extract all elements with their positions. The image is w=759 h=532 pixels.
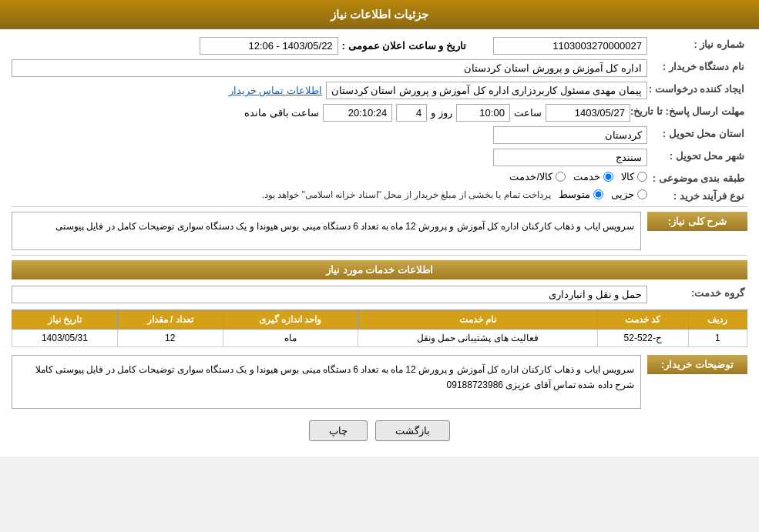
ejad-input: پیمان مهدی مسئول کاربردزاری اداره کل آمو… [326,82,647,99]
shomara-inline: 1103003270000027 تاریخ و ساعت اعلان عموم… [12,37,647,55]
buttons-row: بازگشت چاپ [12,420,747,441]
tabaqe-kala-label: کالا [621,171,634,182]
ostan-value: کردستان [12,126,647,144]
farayand-label: نوع فرآیند خرید : [647,189,747,202]
mohlat-inline: 1403/05/27 ساعت 10:00 روز و 4 20:10:24 س… [12,104,630,122]
khadamat-section-title: اطلاعات خدمات مورد نیاز [12,260,747,279]
tabaqe-kala: کالا [621,171,647,182]
farayand-note: پرداخت تمام یا بخشی از مبلغ خریدار از مح… [262,189,551,200]
print-button[interactable]: چاپ [309,420,368,441]
cell-name: فعالیت های پشتیبانی حمل ونقل [358,330,597,347]
tabaqe-kala-khadamat: کالا/خدمت [509,171,566,182]
nam-dastgah-label: نام دستگاه خریدار : [647,59,747,72]
mohlat-roz-input: 4 [396,104,427,122]
shahr-value: سنندج [12,149,647,166]
ejad-value-wrapper: پیمان مهدی مسئول کاربردزاری اداره کل آمو… [12,82,647,99]
ostan-input: کردستان [493,126,647,144]
shomara-row: شماره نیاز : 1103003270000027 تاریخ و سا… [12,37,747,55]
divider-1 [12,206,747,207]
nam-dastgah-value: اداره کل آموزش و پرورش استان کردستان [12,59,647,77]
page-container: جزئیات اطلاعات نیاز شماره نیاز : 1103003… [0,0,759,457]
ostan-label: استان محل تحویل : [647,126,747,139]
col-unit: واحد اندازه گیری [223,310,358,330]
nam-dastgah-row: نام دستگاه خریدار : اداره کل آموزش و پرو… [12,59,747,77]
services-table: ردیف کد خدمت نام خدمت واحد اندازه گیری ت… [12,309,747,347]
farayand-value: جزیی متوسط پرداخت تمام یا بخشی از مبلغ خ… [12,189,647,200]
tawzih-input: سرویس ایاب و ذهاب کارکنان اداره کل آموزش… [12,355,641,409]
farayand-row: نوع فرآیند خرید : جزیی متوسط پرداخت تمام… [12,189,747,202]
cell-unit: ماه [223,330,358,347]
cell-date: 1403/05/31 [12,330,118,347]
col-count: تعداد / مقدار [117,310,223,330]
farayand-radio-group: جزیی متوسط پرداخت تمام یا بخشی از مبلغ خ… [12,189,647,200]
ejad-inline: پیمان مهدی مسئول کاربردزاری اداره کل آمو… [12,82,647,99]
tawzih-value-wrapper: سرویس ایاب و ذهاب کارکنان اداره کل آموزش… [12,355,647,409]
ejad-row: ایجاد کننده درخواست : پیمان مهدی مسئول ک… [12,82,747,99]
cell-count: 12 [117,330,223,347]
tawzih-label: توضیحات خریدار: [647,355,747,374]
shomara-input: 1103003270000027 [493,37,647,55]
table-row: 1 ح-522-52 فعالیت های پشتیبانی حمل ونقل … [12,330,747,347]
tabaqe-value: کالا خدمت کالا/خدمت [12,171,647,182]
tabaqe-kala-khadamat-radio[interactable] [556,172,566,182]
col-radif: ردیف [688,310,747,330]
tabaqe-kala-khadamat-label: کالا/خدمت [509,171,552,182]
mohlat-label: مهلت ارسال پاسخ: تا تاریخ: [630,104,747,117]
tarikh-label: تاریخ و ساعت اعلان عمومی : [342,40,466,52]
ejad-link[interactable]: اطلاعات تماس خریدار [229,85,322,96]
header-title: جزئیات اطلاعات نیاز [331,8,428,21]
mohlat-value-wrapper: 1403/05/27 ساعت 10:00 روز و 4 20:10:24 س… [12,104,630,122]
tabaqe-khadamat-radio[interactable] [603,172,613,182]
mohlat-roz-label: روز و [431,107,452,119]
tabaqe-khadamat-label: خدمت [573,171,600,182]
goroh-value: حمل و نقل و انبارداری [12,286,647,303]
tabaqe-radio-group: کالا خدمت کالا/خدمت [12,171,647,182]
sharh-label: شرح کلی نیاز: [647,212,747,231]
page-header: جزئیات اطلاعات نیاز [0,0,759,29]
goroh-row: گروه خدمت: حمل و نقل و انبارداری [12,286,747,303]
back-button[interactable]: بازگشت [375,420,450,441]
goroh-input: حمل و نقل و انبارداری [12,286,647,303]
shahr-row: شهر محل تحویل : سنندج [12,149,747,166]
shahr-input: سنندج [493,149,647,166]
mohlat-baqi-label: ساعت باقی مانده [244,107,319,119]
farayand-jozi: جزیی [611,189,647,200]
tawzih-row: توضیحات خریدار: سرویس ایاب و ذهاب کارکنا… [12,355,747,409]
sharh-input: سرویس ایاب و ذهاب کارکنان اداره کل آموزش… [12,212,641,250]
farayand-jozi-label: جزیی [611,189,634,200]
shomara-label: شماره نیاز : [647,37,747,50]
tarikh-input: 1403/05/22 - 12:06 [200,37,338,55]
ejad-label: ایجاد کننده درخواست : [647,82,747,95]
mohlat-baqi-input: 20:10:24 [323,104,392,122]
mohlat-saat-input: 10:00 [456,104,510,122]
tabaqe-kala-radio[interactable] [637,172,647,182]
shomara-value-wrapper: 1103003270000027 تاریخ و ساعت اعلان عموم… [12,37,647,55]
col-code: کد خدمت [597,310,688,330]
sharh-value-wrapper: سرویس ایاب و ذهاب کارکنان اداره کل آموزش… [12,212,647,250]
nam-dastgah-input: اداره کل آموزش و پرورش استان کردستان [12,59,647,77]
shahr-label: شهر محل تحویل : [647,149,747,162]
goroh-label: گروه خدمت: [647,286,747,299]
farayand-motavaset-radio[interactable] [593,189,603,199]
tabaqe-khadamat: خدمت [573,171,613,182]
col-date: تاریخ نیاز [12,310,118,330]
cell-code: ح-522-52 [597,330,688,347]
mohlat-saat-label: ساعت [514,107,542,119]
tabaqe-label: طبقه بندی موضوعی : [647,171,747,184]
main-content: شماره نیاز : 1103003270000027 تاریخ و سا… [0,29,759,457]
tabaqe-row: طبقه بندی موضوعی : کالا خدمت کالا/خدمت [12,171,747,184]
divider-2 [12,255,747,256]
farayand-motavaset-label: متوسط [559,189,590,200]
mohlat-date-input: 1403/05/27 [546,104,630,122]
farayand-jozi-radio[interactable] [637,189,647,199]
ostan-row: استان محل تحویل : کردستان [12,126,747,144]
col-name: نام خدمت [358,310,597,330]
farayand-motavaset: متوسط [559,189,603,200]
sharh-row: شرح کلی نیاز: سرویس ایاب و ذهاب کارکنان … [12,212,747,250]
mohlat-row: مهلت ارسال پاسخ: تا تاریخ: 1403/05/27 سا… [12,104,747,122]
cell-radif: 1 [688,330,747,347]
